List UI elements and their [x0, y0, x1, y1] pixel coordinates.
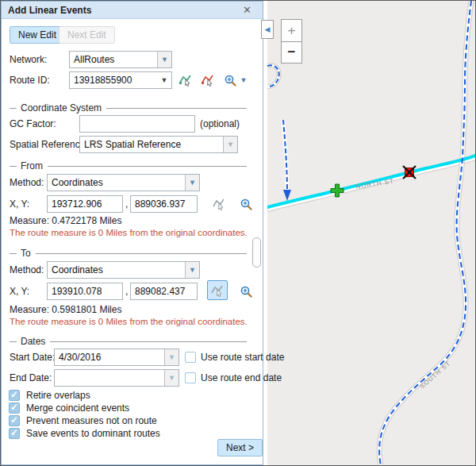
- panel-scrollbar-thumb[interactable]: [252, 237, 261, 268]
- panel-header: Add Linear Events ✕: [2, 2, 263, 19]
- gc-factor-input[interactable]: [79, 115, 195, 133]
- from-measure-warning: The route measure is 0 Miles from the or…: [10, 228, 248, 237]
- route-id-combobox[interactable]: 13918855900 ▼: [69, 71, 172, 89]
- save-dominant-routes-checkbox[interactable]: [9, 428, 20, 439]
- to-method-select[interactable]: Coordinates ▼: [47, 261, 200, 279]
- dates-legend: Dates: [10, 336, 247, 347]
- add-linear-events-panel: Add Linear Events ✕ New Edit Next Edit N…: [1, 1, 263, 465]
- panel-collapse-button[interactable]: ◀: [261, 20, 274, 39]
- clear-route-selection-icon[interactable]: [200, 73, 216, 87]
- start-date-picker[interactable]: 4/30/2016 ▼: [54, 349, 179, 366]
- to-method-label: Method:: [10, 264, 44, 275]
- route-id-value: 13918855900: [70, 75, 157, 86]
- chevron-down-icon[interactable]: ▼: [185, 262, 199, 278]
- spatial-reference-select[interactable]: LRS Spatial Reference ▼: [79, 136, 238, 153]
- zoom-to-to-point-icon[interactable]: [239, 284, 253, 298]
- merge-coincident-events-label: Merge coincident events: [26, 402, 129, 414]
- use-route-start-date-checkbox[interactable]: [185, 352, 196, 363]
- to-y-input[interactable]: [130, 283, 198, 300]
- end-date-picker[interactable]: ▼: [54, 369, 179, 387]
- save-dominant-routes-label: Save events to dominant routes: [26, 428, 160, 439]
- spatial-reference-value: LRS Spatial Reference: [80, 139, 223, 150]
- from-legend: From: [10, 160, 247, 171]
- network-select[interactable]: AllRoutes ▼: [69, 51, 172, 68]
- select-route-on-map-icon[interactable]: [178, 73, 194, 87]
- chevron-down-icon[interactable]: ▼: [164, 349, 178, 365]
- zoom-in-button[interactable]: +: [281, 19, 302, 41]
- gc-factor-label: GC Factor:: [10, 118, 56, 129]
- spatial-reference-label: Spatial Reference:: [10, 139, 88, 150]
- chevron-down-icon[interactable]: ▼: [185, 175, 199, 191]
- to-x-input[interactable]: [47, 283, 123, 300]
- collapse-left-icon: ◀: [265, 26, 271, 33]
- from-x-input[interactable]: [47, 195, 123, 213]
- map-canvas[interactable]: NORTH ST SOUTH ST: [267, 1, 475, 465]
- close-icon[interactable]: ✕: [243, 4, 251, 17]
- route-id-label: Route ID:: [10, 75, 50, 86]
- from-method-label: Method:: [10, 177, 44, 188]
- start-date-label: Start Date:: [10, 352, 55, 363]
- pick-from-coordinates-icon[interactable]: [211, 197, 227, 211]
- xy-separator: ,: [125, 198, 128, 210]
- retire-overlaps-checkbox[interactable]: [9, 390, 20, 401]
- prevent-measures-label: Prevent measures not on route: [26, 415, 157, 426]
- end-date-label: End Date:: [10, 372, 52, 383]
- zoom-to-route-icon[interactable]: [223, 73, 237, 87]
- from-y-input[interactable]: [130, 195, 198, 213]
- chevron-down-icon[interactable]: ▼: [164, 370, 178, 386]
- zoom-to-from-point-icon[interactable]: [239, 197, 253, 211]
- from-method-value: Coordinates: [48, 177, 185, 188]
- use-route-end-date-label: Use route end date: [201, 372, 282, 383]
- from-measure-text: Measure: 0.4722178 Miles: [10, 215, 121, 226]
- merge-coincident-events-checkbox[interactable]: [9, 402, 20, 414]
- use-route-start-date-label: Use route start date: [201, 352, 284, 363]
- zoom-options-chevron-icon[interactable]: ▼: [239, 75, 248, 86]
- network-value: AllRoutes: [70, 54, 157, 65]
- chevron-down-icon[interactable]: ▼: [223, 137, 237, 152]
- prevent-measures-checkbox[interactable]: [9, 415, 20, 426]
- to-legend: To: [10, 248, 247, 259]
- new-edit-button[interactable]: New Edit: [10, 26, 65, 44]
- to-measure-text: Measure: 0.5981801 Miles: [10, 304, 121, 315]
- chevron-down-icon[interactable]: ▼: [157, 72, 171, 88]
- retire-overlaps-label: Retire overlaps: [26, 390, 90, 401]
- next-edit-button[interactable]: Next Edit: [59, 26, 115, 44]
- chevron-down-icon[interactable]: ▼: [157, 52, 171, 67]
- coordinate-system-legend: Coordinate System: [10, 102, 247, 114]
- next-button[interactable]: Next >: [217, 439, 263, 456]
- from-method-select[interactable]: Coordinates ▼: [47, 174, 200, 191]
- start-date-value: 4/30/2016: [55, 352, 164, 363]
- map-background: [267, 1, 475, 465]
- pick-to-coordinates-icon[interactable]: [207, 280, 228, 300]
- map-graphics: NORTH ST SOUTH ST: [267, 1, 475, 465]
- to-xy-label: X, Y:: [10, 286, 29, 297]
- app-window: NORTH ST SOUTH ST ◀ + − Add Linear Event…: [0, 0, 476, 466]
- to-measure-warning: The route measure is 0 Miles from the or…: [10, 317, 248, 326]
- panel-title: Add Linear Events: [2, 5, 91, 16]
- to-method-value: Coordinates: [48, 264, 185, 275]
- xy-separator: ,: [125, 286, 128, 297]
- zoom-out-button[interactable]: −: [281, 41, 302, 64]
- use-route-end-date-checkbox[interactable]: [185, 372, 196, 383]
- map-zoom-control: + −: [281, 19, 302, 64]
- from-xy-label: X, Y:: [10, 198, 29, 210]
- network-label: Network:: [10, 54, 47, 65]
- gc-factor-optional-note: (optional): [200, 118, 240, 129]
